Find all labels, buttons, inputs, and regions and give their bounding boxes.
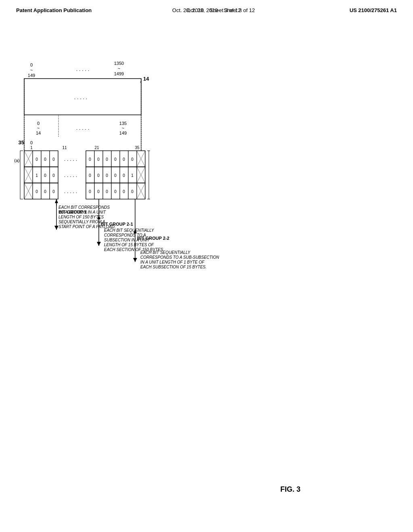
svg-text:EACH SUBSECTION OF 15 BYTES.: EACH SUBSECTION OF 15 BYTES. [140, 265, 206, 269]
svg-text:149: 149 [119, 131, 127, 135]
svg-text:0: 0 [123, 157, 125, 162]
svg-text:0: 0 [97, 173, 100, 178]
svg-text:. . . . .: . . . . . [74, 94, 88, 100]
svg-text:0: 0 [131, 189, 133, 194]
svg-text:11: 11 [62, 145, 67, 150]
svg-text:0: 0 [106, 189, 108, 194]
svg-text:LENGTH OF 150 BYTES: LENGTH OF 150 BYTES [58, 215, 104, 219]
svg-text:0: 0 [97, 189, 100, 194]
svg-text:0: 0 [131, 157, 133, 162]
svg-text:~: ~ [37, 126, 40, 131]
svg-text:0: 0 [106, 157, 108, 162]
svg-text:135: 135 [119, 121, 127, 126]
patent-diagram: 0 ~ 149 . . . . . 1350 ~ 1499 14 . . . .… [0, 0, 413, 532]
svg-text:~: ~ [122, 126, 124, 131]
svg-text:SEQUENTIALLY FROM A: SEQUENTIALLY FROM A [58, 220, 105, 224]
svg-text:0: 0 [89, 173, 91, 178]
svg-text:0: 0 [35, 157, 38, 162]
svg-text:0: 0 [114, 173, 117, 178]
svg-text:CORRESPONDS TO A SUB-SUBSECTIO: CORRESPONDS TO A SUB-SUBSECTION [140, 255, 219, 260]
svg-marker-118 [97, 242, 101, 246]
svg-text:. . . . .: . . . . . [76, 66, 90, 72]
svg-text:LENGTH OF 15 BYTES OF: LENGTH OF 15 BYTES OF [104, 243, 154, 247]
svg-text:0: 0 [52, 173, 55, 178]
svg-text:0: 0 [97, 157, 100, 162]
svg-text:IN A UNIT LENGTH OF 1 BYTE OF: IN A UNIT LENGTH OF 1 BYTE OF [140, 260, 204, 264]
svg-text:. . . . .: . . . . . [64, 172, 77, 178]
svg-text:14: 14 [143, 76, 149, 82]
svg-text:1: 1 [35, 173, 38, 178]
svg-text:~: ~ [30, 68, 33, 73]
svg-text:CORRESPONDS TO A: CORRESPONDS TO A [104, 233, 146, 237]
svg-text:0: 0 [89, 157, 91, 162]
svg-text:0: 0 [30, 62, 33, 67]
svg-text:SUBSECTION IN A UNIT: SUBSECTION IN A UNIT [104, 238, 150, 242]
svg-text:0: 0 [37, 121, 40, 126]
svg-text:0: 0 [106, 173, 108, 178]
svg-text:0: 0 [114, 189, 117, 194]
svg-text:1499: 1499 [114, 71, 124, 76]
svg-text:14: 14 [36, 131, 41, 135]
svg-text:. . . . .: . . . . . [64, 188, 77, 194]
svg-text:21: 21 [94, 145, 99, 150]
publication-date: Oct. 28, 2010 [172, 7, 204, 13]
svg-text:0: 0 [123, 173, 125, 178]
svg-text:149: 149 [28, 73, 35, 78]
svg-text:(a): (a) [14, 158, 19, 163]
svg-text:. . . . .: . . . . . [64, 156, 77, 162]
svg-text:1: 1 [131, 173, 133, 178]
svg-text:TO A SECTION IN A UNIT: TO A SECTION IN A UNIT [58, 210, 106, 214]
svg-text:0: 0 [52, 189, 55, 194]
svg-text:EACH BIT SEQUENTIALLY: EACH BIT SEQUENTIALLY [104, 228, 154, 233]
svg-text:0: 0 [30, 140, 33, 145]
svg-text:EACH BIT SEQUENTIALLY: EACH BIT SEQUENTIALLY [140, 250, 191, 255]
svg-text:1: 1 [30, 145, 33, 150]
page-title-area: Oct. 28, 2010 Sheet 3 of 12 [172, 7, 241, 13]
svg-text:EACH BIT CORRESPONDS: EACH BIT CORRESPONDS [58, 205, 110, 210]
sheet-info: Sheet 3 of 12 [210, 7, 241, 13]
svg-text:1350: 1350 [114, 61, 124, 66]
svg-text:~: ~ [118, 66, 120, 71]
svg-text:0: 0 [89, 189, 91, 194]
svg-text:0: 0 [44, 173, 46, 178]
svg-text:35: 35 [135, 145, 140, 150]
svg-text:0: 0 [52, 157, 55, 162]
svg-text:0: 0 [35, 189, 38, 194]
svg-text:0: 0 [123, 189, 125, 194]
svg-marker-116 [54, 226, 58, 230]
svg-marker-120 [133, 258, 137, 262]
svg-text:0: 0 [44, 157, 46, 162]
svg-text:35: 35 [19, 139, 24, 145]
svg-text:FIG. 3: FIG. 3 [280, 485, 300, 493]
svg-text:. . . . .: . . . . . [76, 125, 90, 131]
svg-text:0: 0 [114, 157, 117, 162]
svg-text:0: 0 [44, 189, 46, 194]
